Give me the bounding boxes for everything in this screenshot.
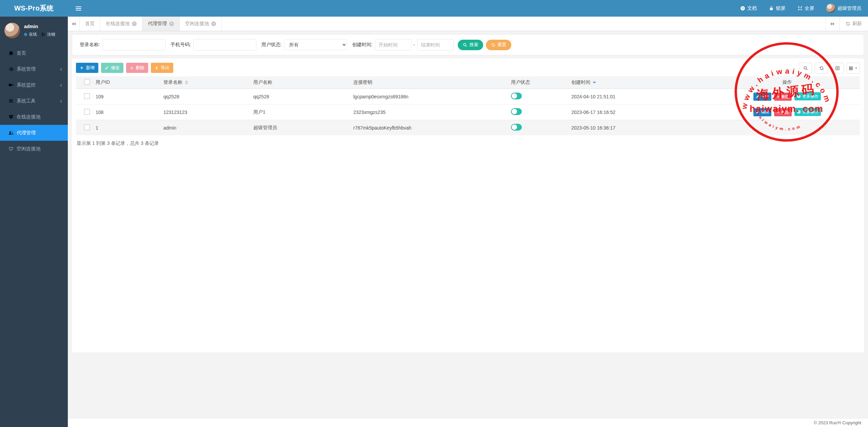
table-detail-view-button[interactable] (831, 63, 844, 74)
row-checkbox[interactable] (84, 124, 90, 130)
table-refresh-button[interactable] (815, 63, 828, 74)
row-checkbox[interactable] (84, 93, 90, 99)
sidebar-item-idle-pool[interactable]: 空闲连接池 (0, 141, 68, 157)
table-columns-button[interactable] (847, 63, 860, 74)
sidebar: WS-Pro系统 admin 在线 注销 首页 系统管理 ‹ (0, 0, 68, 427)
tab-label: 在线连接池 (106, 21, 130, 27)
fullscreen-button[interactable]: 全屏 (797, 5, 814, 12)
cell-login-name: qq2528 (161, 89, 251, 104)
user-status-toggle[interactable] (511, 108, 522, 115)
modify-button[interactable]: 修改 (101, 63, 123, 73)
chevron-circle-right-icon (797, 110, 801, 114)
lock-label: 锁屏 (776, 5, 785, 12)
add-button[interactable]: 新增 (76, 63, 98, 73)
sidebar-item-system-admin[interactable]: 系统管理 ‹ (0, 61, 68, 77)
app-logo: WS-Pro系统 (0, 0, 68, 17)
x-icon (776, 111, 780, 114)
search-button[interactable]: 搜索 (458, 40, 483, 50)
double-chevron-left-icon (71, 21, 76, 26)
avatar (826, 4, 835, 13)
sidebar-item-online-pool[interactable]: 在线连接池 (0, 109, 68, 125)
close-icon[interactable]: × (169, 21, 174, 26)
col-actions: 操作 (714, 76, 860, 89)
chevron-left-icon: ‹ (60, 82, 62, 88)
close-icon[interactable]: × (211, 21, 216, 26)
hamburger-icon[interactable] (76, 5, 81, 12)
close-icon[interactable]: × (132, 21, 137, 26)
tab-label: 代理管理 (148, 21, 167, 27)
avatar[interactable] (4, 23, 20, 38)
delete-button[interactable]: 删除 (126, 63, 148, 73)
table-toolbar: 新增 修改 删除 导出 (76, 63, 860, 73)
sidebar-item-proxy-admin[interactable]: 代理管理 (0, 125, 68, 141)
sidebar-user-panel: admin 在线 注销 (0, 17, 68, 44)
copyright-text: © 2023 RuoYi Copyright (814, 420, 861, 425)
cell-user-id: 109 (93, 89, 161, 104)
sidebar-menu: 首页 系统管理 ‹ 系统监控 ‹ 系统工具 ‹ 在线连接池 代理管理 空闲连接池 (0, 45, 68, 157)
footer: © 2023 RuoYi Copyright (68, 418, 868, 427)
tab-label: 首页 (85, 21, 95, 27)
start-time-input[interactable] (375, 39, 412, 51)
export-button[interactable]: 导出 (151, 63, 173, 73)
question-circle-icon (740, 6, 745, 11)
list-view-icon (835, 66, 840, 71)
row-more-button[interactable]: 更多操作 (794, 92, 821, 100)
reset-button[interactable]: 重置 (486, 40, 511, 50)
user-status-label: 用户状态: (261, 42, 282, 48)
cell-conn-key: 2323xmgzs235 (351, 104, 508, 120)
heartbeat-icon (8, 114, 14, 119)
online-dot-icon (24, 33, 27, 36)
table-row: 109 qq2528 qq2528 lgcpamp0esxmgzs69188n … (76, 89, 860, 104)
cell-user-name: 用户1 (251, 104, 351, 120)
row-more-button[interactable]: 更多操作 (794, 108, 821, 116)
pencil-icon (105, 66, 109, 70)
refresh-icon (491, 43, 495, 47)
sidebar-item-home[interactable]: 首页 (0, 45, 68, 61)
end-time-input[interactable] (417, 39, 454, 51)
row-edit-button[interactable]: 编辑 (753, 93, 771, 101)
row-delete-button[interactable]: 删除 (774, 108, 792, 116)
sidebar-item-label: 代理管理 (17, 130, 36, 136)
sort-desc-icon[interactable] (593, 82, 596, 83)
select-all-checkbox[interactable] (84, 79, 90, 85)
user-status-select[interactable]: 所有 (284, 39, 347, 50)
tab-home[interactable]: 首页 (80, 17, 100, 31)
tabs-scroll-left-button[interactable] (68, 17, 80, 31)
sidebar-item-system-tools[interactable]: 系统工具 ‹ (0, 93, 68, 109)
online-status-label: 在线 (29, 32, 37, 37)
tab-idle-pool[interactable]: 空闲连接池 × (180, 17, 222, 31)
user-status-toggle[interactable] (511, 93, 522, 99)
user-menu[interactable]: 超级管理员 (826, 4, 861, 13)
cell-user-name: qq2528 (251, 89, 351, 104)
users-icon (8, 130, 14, 135)
x-icon (776, 95, 780, 98)
user-status-toggle[interactable] (511, 124, 522, 131)
main-content: 登录名称: 手机号码: 用户状态: 所有 创建时间: - 搜索 重置 (68, 31, 868, 418)
chevron-circle-right-icon (797, 94, 801, 98)
col-create-time[interactable]: 创建时间 (569, 76, 714, 89)
logout-button[interactable]: 注销 (41, 32, 55, 37)
docs-button[interactable]: 文档 (740, 5, 757, 12)
chevron-left-icon: ‹ (60, 98, 62, 104)
data-table: 用户ID 登录名称 用户名称 连接密钥 用户状态 创建时间 操作 109 (76, 76, 860, 135)
col-login-name[interactable]: 登录名称 (161, 76, 251, 89)
home-icon (8, 51, 14, 56)
table-header-row: 用户ID 登录名称 用户名称 连接密钥 用户状态 创建时间 操作 (76, 76, 860, 89)
phone-input[interactable] (193, 39, 256, 51)
top-navbar: 文档 锁屏 全屏 超级管理员 (68, 0, 868, 17)
table-search-button[interactable] (799, 63, 812, 74)
lock-screen-button[interactable]: 锁屏 (769, 5, 785, 12)
row-checkbox[interactable] (84, 109, 90, 115)
row-delete-button[interactable]: 删除 (774, 93, 792, 101)
tab-refresh-button[interactable]: 刷新 (839, 17, 868, 31)
sidebar-item-system-monitor[interactable]: 系统监控 ‹ (0, 77, 68, 93)
row-edit-button[interactable]: 编辑 (753, 108, 771, 116)
tab-proxy-admin[interactable]: 代理管理 × (142, 17, 180, 31)
search-icon (803, 66, 808, 71)
refresh-icon (846, 21, 850, 26)
tab-bar: 首页 在线连接池 × 代理管理 × 空闲连接池 × 刷新 (68, 17, 868, 31)
login-name-input[interactable] (102, 39, 165, 51)
tabs-scroll-right-button[interactable] (825, 17, 839, 31)
sort-icons[interactable] (185, 80, 188, 84)
tab-online-pool[interactable]: 在线连接池 × (100, 17, 142, 31)
